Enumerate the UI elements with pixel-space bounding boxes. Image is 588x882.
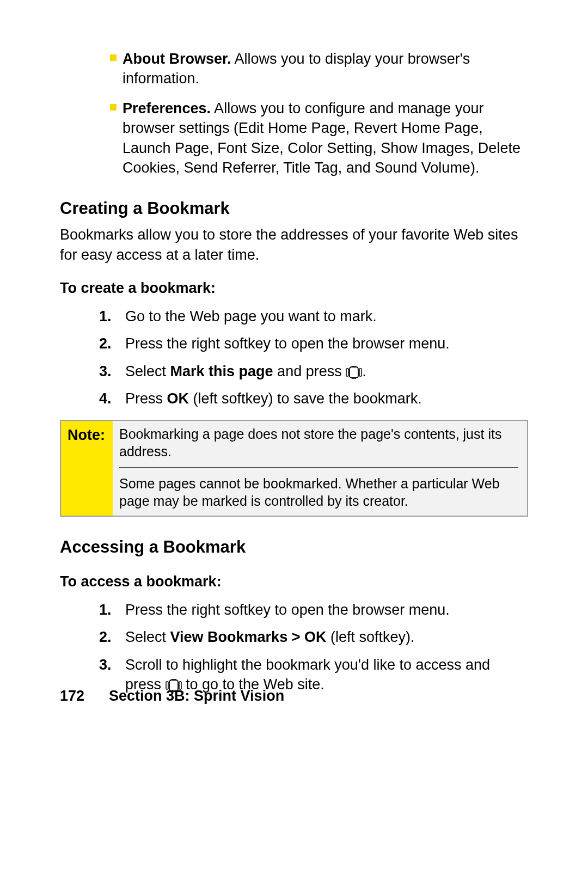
heading-creating-bookmark: Creating a Bookmark xyxy=(60,197,528,220)
note-divider xyxy=(119,467,518,468)
steps-create-bookmark: Go to the Web page you want to mark. Pre… xyxy=(60,307,528,409)
nav-key-icon xyxy=(346,366,362,379)
note-paragraph-2: Some pages cannot be bookmarked. Whether… xyxy=(119,475,518,510)
step-text-c: . xyxy=(362,363,366,379)
footer-section: Section 3B: Sprint Vision xyxy=(109,688,284,704)
step-2: Press the right softkey to open the brow… xyxy=(99,334,528,353)
note-paragraph-1: Bookmarking a page does not store the pa… xyxy=(119,425,518,461)
page-number: 172 xyxy=(60,688,84,704)
step-text-b: (left softkey). xyxy=(326,629,414,645)
svg-rect-2 xyxy=(350,367,358,378)
intro-paragraph: Bookmarks allow you to store the address… xyxy=(60,225,528,265)
bullet-bold: Preferences. xyxy=(122,100,211,117)
step-text: Press the right softkey to open the brow… xyxy=(125,335,450,352)
step-text-a: Select xyxy=(125,629,170,645)
svg-rect-0 xyxy=(346,369,348,376)
heading-accessing-bookmark: Accessing a Bookmark xyxy=(60,536,528,559)
step-text-a: Press xyxy=(125,390,167,407)
step-1: Press the right softkey to open the brow… xyxy=(99,600,528,620)
step-2: Select View Bookmarks > OK (left softkey… xyxy=(99,627,528,647)
svg-rect-1 xyxy=(359,369,362,376)
page-footer: 172 Section 3B: Sprint Vision xyxy=(60,686,284,706)
step-text-b: and press xyxy=(273,363,346,379)
step-bold: Mark this page xyxy=(170,363,273,379)
step-3: Select Mark this page and press . xyxy=(99,362,528,381)
note-box: Note: Bookmarking a page does not store … xyxy=(60,420,528,517)
step-text: Press the right softkey to open the brow… xyxy=(125,602,450,618)
step-4: Press OK (left softkey) to save the book… xyxy=(99,389,528,408)
step-text-b: (left softkey) to save the bookmark. xyxy=(189,390,422,407)
bullet-bold: About Browser. xyxy=(122,51,231,67)
step-text: Go to the Web page you want to mark. xyxy=(125,308,377,324)
bullet-preferences: Preferences. Allows you to configure and… xyxy=(60,99,528,178)
note-content: Bookmarking a page does not store the pa… xyxy=(113,421,527,516)
steps-access-bookmark: Press the right softkey to open the brow… xyxy=(60,600,528,695)
subhead-access: To access a bookmark: xyxy=(60,572,528,591)
step-text-a: Select xyxy=(125,363,170,379)
top-bullet-list: About Browser. Allows you to display you… xyxy=(60,49,528,178)
note-label: Note: xyxy=(61,421,113,516)
subhead-create: To create a bookmark: xyxy=(60,278,528,298)
document-page: { "top_bullets": [ { "bold": "About Brow… xyxy=(0,0,588,882)
bullet-about-browser: About Browser. Allows you to display you… xyxy=(60,49,528,89)
step-bold: OK xyxy=(167,390,189,407)
step-1: Go to the Web page you want to mark. xyxy=(99,307,528,326)
step-bold: View Bookmarks > OK xyxy=(170,629,327,645)
